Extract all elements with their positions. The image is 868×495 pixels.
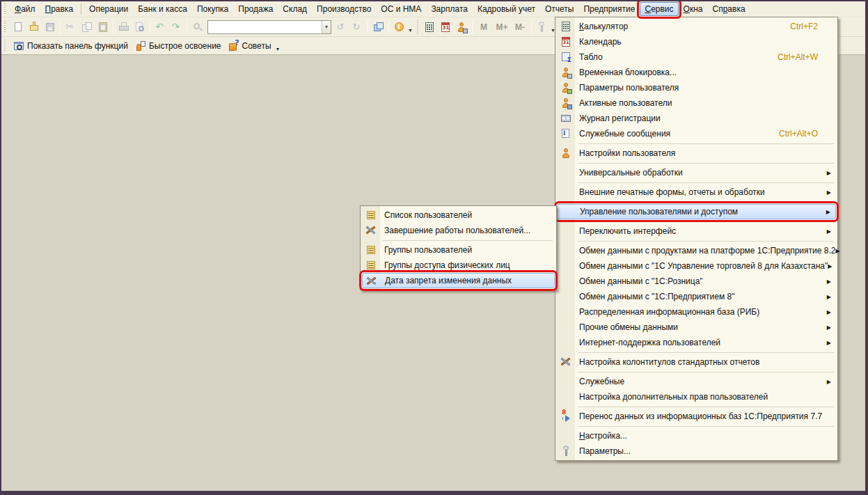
print-button[interactable] <box>116 19 132 35</box>
journal-icon <box>560 113 571 124</box>
menu-item-calculator-label: Калькулятор <box>579 22 628 31</box>
submenu-item-person-access-groups[interactable]: Группы доступа физических лиц <box>361 258 556 273</box>
menu-help[interactable]: Справка <box>707 2 750 16</box>
menu-salary[interactable]: Зарплата <box>426 2 473 16</box>
print-preview-button[interactable] <box>132 19 148 35</box>
cut-button[interactable] <box>63 19 79 35</box>
menu-reports[interactable]: Отчеты <box>540 2 578 16</box>
menu-item-internet-support[interactable]: Интернет-поддержка пользователей▶ <box>555 335 837 350</box>
menu-file[interactable]: Файл <box>10 2 40 16</box>
history-forward-button[interactable] <box>349 19 365 35</box>
menu-item-calculator[interactable]: КалькуляторCtrl+F2 <box>555 19 837 34</box>
menu-warehouse[interactable]: Склад <box>278 2 312 16</box>
menu-item-calendar[interactable]: Календарь <box>555 34 837 49</box>
menu-item-exchange-trade-kz-label: Обмен данными с "1С Управление торговлей… <box>579 261 828 271</box>
windows-list-button[interactable] <box>370 19 386 35</box>
toolbar-drag-handle[interactable] <box>4 40 8 52</box>
temporary-lock-button[interactable] <box>454 19 470 35</box>
menu-item-external-print-forms[interactable]: Внешние печатные формы, отчеты и обработ… <box>555 184 837 200</box>
menu-item-distributed-infobase[interactable]: Распределенная информационная база (РИБ)… <box>555 304 837 320</box>
open-document-button[interactable] <box>26 19 42 35</box>
show-function-panel-button[interactable]: Показать панель функций <box>10 38 132 54</box>
menu-item-user-settings[interactable]: Настройки пользователя <box>555 146 837 161</box>
menu-item-universal-processings[interactable]: Универсальные обработки▶ <box>555 165 837 180</box>
menu-item-active-users[interactable]: Активные пользователи <box>555 95 837 111</box>
menu-fixed-assets[interactable]: ОС и НМА <box>376 2 426 16</box>
memory-recall-button[interactable]: M <box>475 19 493 35</box>
submenu-item-terminate-user-sessions[interactable]: Завершение работы пользователей... <box>361 223 556 238</box>
settings-button[interactable] <box>534 19 550 35</box>
menu-item-options-label: Параметры... <box>579 446 631 456</box>
menu-item-registration-journal[interactable]: Журнал регистрации <box>555 111 837 126</box>
tips-button[interactable]: Советы <box>225 38 275 54</box>
menu-item-service-messages[interactable]: Служебные сообщенияCtrl+Alt+O <box>555 126 837 141</box>
menu-item-exchange-82-label: Обмен данными с продуктами на платформе … <box>579 246 835 256</box>
menu-enterprise[interactable]: Предприятие <box>578 2 640 16</box>
menu-item-service-tools[interactable]: Служебные▶ <box>555 374 837 389</box>
search-combobox[interactable]: ▼ <box>207 20 331 34</box>
info-dropdown-arrow[interactable]: ▼ <box>408 28 413 33</box>
windows-icon <box>373 22 384 33</box>
redo-button[interactable] <box>168 19 184 35</box>
menu-item-additional-user-rights[interactable]: Настройка дополнительных прав пользовате… <box>555 389 837 404</box>
menu-item-other-exchanges-label: Прочие обмены данными <box>579 322 678 332</box>
menu-item-switch-interface-label: Переключить интерфейс <box>579 226 676 236</box>
undo-button[interactable] <box>152 19 168 35</box>
menu-item-temporary-lock[interactable]: Временная блокировка... <box>555 65 837 80</box>
menu-item-switch-interface[interactable]: Переключить интерфейс▶ <box>555 223 837 239</box>
search-combobox-dropdown-button[interactable]: ▼ <box>322 21 331 33</box>
search-combobox-input[interactable] <box>208 22 322 33</box>
menu-purchase[interactable]: Покупка <box>192 2 233 16</box>
submenu-item-user-list[interactable]: Список пользователей <box>361 207 556 223</box>
paste-button[interactable] <box>95 19 111 35</box>
quick-learning-button[interactable]: Быстрое освоение <box>132 38 225 54</box>
info-icon <box>394 22 405 33</box>
menu-service[interactable]: Сервис <box>640 2 678 16</box>
copy-button[interactable] <box>79 19 95 35</box>
menubar-drag-handle[interactable] <box>4 3 8 15</box>
menu-item-headers-footers-setup[interactable]: Настройка колонтитулов стандартных отчет… <box>555 354 837 370</box>
history-back-button[interactable] <box>333 19 349 35</box>
new-document-button[interactable] <box>10 19 26 35</box>
menu-item-options[interactable]: Параметры... <box>555 443 837 459</box>
menu-item-transfer-from-77[interactable]: Перенос данных из информационных баз 1С:… <box>555 409 837 424</box>
menu-hr[interactable]: Кадровый учет <box>473 2 540 16</box>
toolbar-drag-handle[interactable] <box>4 21 8 33</box>
submenu-arrow-icon: ▶ <box>827 278 833 285</box>
memory-subtract-button[interactable]: M- <box>511 19 529 35</box>
calendar-button[interactable] <box>438 19 454 35</box>
paste-icon <box>97 22 109 33</box>
menu-windows[interactable]: Окна <box>679 2 708 16</box>
toolbar-separator <box>368 20 368 34</box>
user-active-badge <box>567 104 572 109</box>
menu-item-exchange-retail[interactable]: Обмен данными с "1С:Розница"▶ <box>555 274 837 289</box>
menu-operations[interactable]: Операции <box>84 2 133 16</box>
menu-item-user-parameters[interactable]: Параметры пользователя <box>555 80 837 95</box>
submenu-item-user-groups[interactable]: Группы пользователей <box>361 242 556 258</box>
menu-item-additional-user-rights-label: Настройка дополнительных прав пользовате… <box>579 392 768 402</box>
menu-production[interactable]: Производство <box>312 2 376 16</box>
find-button[interactable] <box>189 19 205 35</box>
menu-edit[interactable]: Правка <box>40 2 79 16</box>
save-button[interactable] <box>42 19 58 35</box>
menu-item-exchange-enterprise8[interactable]: Обмен данными с "1С:Предприятием 8"▶ <box>555 289 837 304</box>
info-button[interactable] <box>391 19 407 35</box>
menu-item-external-print-forms-label: Внешние печатные формы, отчеты и обработ… <box>579 187 765 197</box>
menu-bank-cash[interactable]: Банк и касса <box>133 2 192 16</box>
menu-sale[interactable]: Продажа <box>233 2 278 16</box>
folder-open-icon <box>29 22 40 33</box>
menu-item-other-exchanges[interactable]: Прочие обмены данными▶ <box>555 320 837 335</box>
submenu-arrow-icon: ▶ <box>827 189 833 196</box>
application-window: ФайлПравкаОперацииБанк и кассаПокупкаПро… <box>1 1 865 491</box>
tips-dropdown-arrow[interactable]: ▼ <box>276 47 281 52</box>
menu-item-user-access-management[interactable]: Управление пользователями и доступом▶ <box>557 204 836 219</box>
memory-add-button[interactable]: M+ <box>493 19 511 35</box>
calculator-button[interactable] <box>422 19 438 35</box>
menu-item-exchange-82[interactable]: Обмен данными с продуктами на платформе … <box>555 243 837 258</box>
menu-item-tablo[interactable]: ТаблоCtrl+Alt+W <box>555 49 837 65</box>
menu-item-exchange-trade-kz[interactable]: Обмен данными с "1С Управление торговлей… <box>555 258 837 274</box>
save-icon <box>45 22 56 33</box>
menu-item-customize[interactable]: Настройка... <box>555 428 837 443</box>
submenu-item-data-change-prohibition-date[interactable]: Дата запрета изменения данных <box>362 273 555 288</box>
submenu-item-user-groups-label: Группы пользователей <box>384 245 472 255</box>
